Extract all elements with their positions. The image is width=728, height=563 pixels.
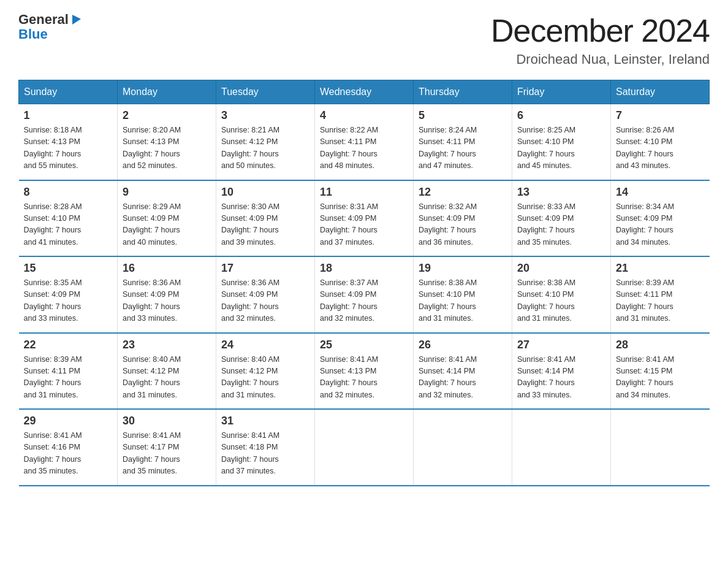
calendar-cell: 15 Sunrise: 8:35 AM Sunset: 4:09 PM Dayl… [19,256,118,333]
calendar-cell: 22 Sunrise: 8:39 AM Sunset: 4:11 PM Dayl… [19,333,118,410]
day-number: 8 [24,186,113,199]
calendar-cell: 8 Sunrise: 8:28 AM Sunset: 4:10 PM Dayli… [19,180,118,257]
day-number: 6 [517,109,605,122]
day-number: 1 [24,109,113,122]
day-number: 13 [517,186,605,199]
day-number: 29 [24,415,113,427]
day-info: Sunrise: 8:40 AM Sunset: 4:12 PM Dayligh… [123,354,211,402]
calendar-cell: 16 Sunrise: 8:36 AM Sunset: 4:09 PM Dayl… [118,256,216,333]
day-info: Sunrise: 8:26 AM Sunset: 4:10 PM Dayligh… [616,124,705,172]
day-info: Sunrise: 8:28 AM Sunset: 4:10 PM Dayligh… [24,201,113,249]
day-number: 5 [419,109,507,122]
calendar-week-row: 29 Sunrise: 8:41 AM Sunset: 4:16 PM Dayl… [19,409,710,486]
calendar-cell: 19 Sunrise: 8:38 AM Sunset: 4:10 PM Dayl… [414,256,512,333]
calendar-cell: 28 Sunrise: 8:41 AM Sunset: 4:15 PM Dayl… [611,333,710,410]
day-number: 20 [517,262,605,275]
day-info: Sunrise: 8:35 AM Sunset: 4:09 PM Dayligh… [24,277,113,325]
day-number: 3 [221,109,309,122]
day-info: Sunrise: 8:41 AM Sunset: 4:16 PM Dayligh… [24,430,113,478]
day-info: Sunrise: 8:41 AM Sunset: 4:17 PM Dayligh… [123,430,211,478]
day-number: 22 [24,339,113,351]
title-section: December 2024 Droichead Nua, Leinster, I… [491,12,710,67]
logo: General Blue [18,12,83,42]
day-info: Sunrise: 8:41 AM Sunset: 4:18 PM Dayligh… [221,430,309,478]
day-info: Sunrise: 8:24 AM Sunset: 4:11 PM Dayligh… [419,124,507,172]
header-day: Monday [118,80,216,104]
day-number: 11 [320,186,408,199]
calendar-cell [414,409,512,486]
calendar-cell: 31 Sunrise: 8:41 AM Sunset: 4:18 PM Dayl… [216,409,315,486]
calendar-cell: 4 Sunrise: 8:22 AM Sunset: 4:11 PM Dayli… [315,104,414,180]
logo-triangle-icon [70,12,83,26]
calendar-week-row: 8 Sunrise: 8:28 AM Sunset: 4:10 PM Dayli… [19,180,710,257]
header-day: Thursday [414,80,512,104]
calendar-cell: 1 Sunrise: 8:18 AM Sunset: 4:13 PM Dayli… [19,104,118,180]
calendar-week-row: 15 Sunrise: 8:35 AM Sunset: 4:09 PM Dayl… [19,256,710,333]
day-info: Sunrise: 8:41 AM Sunset: 4:13 PM Dayligh… [320,354,408,402]
day-info: Sunrise: 8:20 AM Sunset: 4:13 PM Dayligh… [123,124,211,172]
logo-blue: Blue [18,26,48,42]
day-number: 31 [221,415,309,427]
calendar-cell [611,409,710,486]
day-info: Sunrise: 8:36 AM Sunset: 4:09 PM Dayligh… [123,277,211,325]
calendar-cell: 5 Sunrise: 8:24 AM Sunset: 4:11 PM Dayli… [414,104,512,180]
day-info: Sunrise: 8:33 AM Sunset: 4:09 PM Dayligh… [517,201,605,249]
calendar-week-row: 22 Sunrise: 8:39 AM Sunset: 4:11 PM Dayl… [19,333,710,410]
day-number: 25 [320,339,408,351]
calendar-title: December 2024 [491,12,710,49]
day-info: Sunrise: 8:30 AM Sunset: 4:09 PM Dayligh… [221,201,309,249]
day-info: Sunrise: 8:29 AM Sunset: 4:09 PM Dayligh… [123,201,211,249]
day-info: Sunrise: 8:39 AM Sunset: 4:11 PM Dayligh… [616,277,705,325]
calendar-cell: 29 Sunrise: 8:41 AM Sunset: 4:16 PM Dayl… [19,409,118,486]
day-number: 9 [123,186,211,199]
day-info: Sunrise: 8:37 AM Sunset: 4:09 PM Dayligh… [320,277,408,325]
day-number: 16 [123,262,211,275]
header-day: Friday [512,80,611,104]
day-info: Sunrise: 8:34 AM Sunset: 4:09 PM Dayligh… [616,201,705,249]
calendar-cell: 26 Sunrise: 8:41 AM Sunset: 4:14 PM Dayl… [414,333,512,410]
day-number: 7 [616,109,705,122]
day-number: 14 [616,186,705,199]
calendar-cell: 3 Sunrise: 8:21 AM Sunset: 4:12 PM Dayli… [216,104,315,180]
day-number: 27 [517,339,605,351]
calendar-cell [315,409,414,486]
day-number: 17 [221,262,309,275]
calendar-cell: 13 Sunrise: 8:33 AM Sunset: 4:09 PM Dayl… [512,180,611,257]
calendar-cell: 30 Sunrise: 8:41 AM Sunset: 4:17 PM Dayl… [118,409,216,486]
header-day: Wednesday [315,80,414,104]
header-row: SundayMondayTuesdayWednesdayThursdayFrid… [19,80,710,104]
day-number: 2 [123,109,211,122]
page-header: General Blue December 2024 Droichead Nua… [18,12,710,67]
calendar-cell: 7 Sunrise: 8:26 AM Sunset: 4:10 PM Dayli… [611,104,710,180]
header-day: Tuesday [216,80,315,104]
day-number: 23 [123,339,211,351]
day-number: 12 [419,186,507,199]
calendar-cell: 18 Sunrise: 8:37 AM Sunset: 4:09 PM Dayl… [315,256,414,333]
calendar-cell: 9 Sunrise: 8:29 AM Sunset: 4:09 PM Dayli… [118,180,216,257]
day-number: 4 [320,109,408,122]
day-number: 30 [123,415,211,427]
day-info: Sunrise: 8:31 AM Sunset: 4:09 PM Dayligh… [320,201,408,249]
calendar-cell: 6 Sunrise: 8:25 AM Sunset: 4:10 PM Dayli… [512,104,611,180]
calendar-table: SundayMondayTuesdayWednesdayThursdayFrid… [18,80,710,486]
day-info: Sunrise: 8:38 AM Sunset: 4:10 PM Dayligh… [517,277,605,325]
calendar-subtitle: Droichead Nua, Leinster, Ireland [491,52,710,67]
day-info: Sunrise: 8:39 AM Sunset: 4:11 PM Dayligh… [24,354,113,402]
day-number: 19 [419,262,507,275]
day-info: Sunrise: 8:21 AM Sunset: 4:12 PM Dayligh… [221,124,309,172]
calendar-cell: 25 Sunrise: 8:41 AM Sunset: 4:13 PM Dayl… [315,333,414,410]
calendar-cell: 2 Sunrise: 8:20 AM Sunset: 4:13 PM Dayli… [118,104,216,180]
day-info: Sunrise: 8:22 AM Sunset: 4:11 PM Dayligh… [320,124,408,172]
calendar-week-row: 1 Sunrise: 8:18 AM Sunset: 4:13 PM Dayli… [19,104,710,180]
calendar-cell: 24 Sunrise: 8:40 AM Sunset: 4:12 PM Dayl… [216,333,315,410]
day-info: Sunrise: 8:18 AM Sunset: 4:13 PM Dayligh… [24,124,113,172]
day-number: 28 [616,339,705,351]
day-number: 26 [419,339,507,351]
day-number: 18 [320,262,408,275]
day-info: Sunrise: 8:41 AM Sunset: 4:15 PM Dayligh… [616,354,705,402]
calendar-cell: 17 Sunrise: 8:36 AM Sunset: 4:09 PM Dayl… [216,256,315,333]
day-info: Sunrise: 8:40 AM Sunset: 4:12 PM Dayligh… [221,354,309,402]
calendar-cell: 10 Sunrise: 8:30 AM Sunset: 4:09 PM Dayl… [216,180,315,257]
day-info: Sunrise: 8:25 AM Sunset: 4:10 PM Dayligh… [517,124,605,172]
svg-marker-0 [72,15,81,25]
